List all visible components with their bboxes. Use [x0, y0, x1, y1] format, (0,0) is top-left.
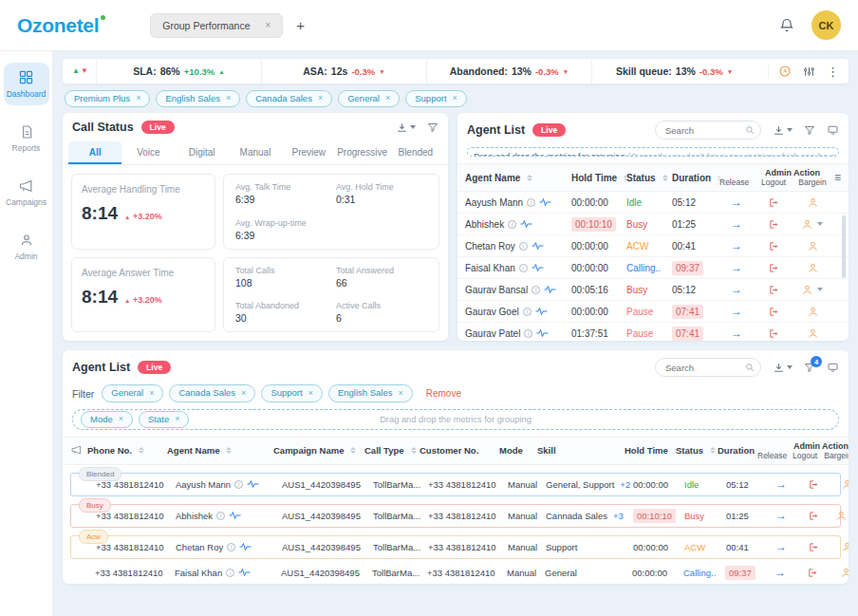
release-action[interactable]: →	[731, 327, 742, 339]
logout-icon[interactable]	[808, 511, 819, 521]
logout-icon[interactable]	[768, 197, 779, 208]
info-icon[interactable]: i	[227, 543, 235, 551]
agent-row[interactable]: Gaurav Pateli 01:37:51 Pause 07:41 →	[457, 323, 849, 341]
tab-group-performance[interactable]: Group Performance ×	[150, 13, 283, 38]
bargein-icon[interactable]	[802, 219, 812, 230]
release-action[interactable]: →	[731, 240, 742, 252]
info-icon[interactable]: i	[519, 264, 528, 272]
remove-filters-link[interactable]: Remove	[426, 388, 461, 399]
filter-chip-general[interactable]: General×	[102, 384, 163, 401]
agent-row[interactable]: Acw +33 4381812410 Chetan Royi AUS1_4420…	[70, 535, 841, 559]
filter-chip-english-sales[interactable]: English Sales×	[156, 90, 240, 107]
filter-funnel-icon[interactable]	[804, 124, 815, 136]
group-chip-state[interactable]: State×	[139, 411, 189, 428]
logout-icon[interactable]	[807, 568, 818, 578]
tab-blended[interactable]: Blended	[389, 141, 442, 164]
agent-row[interactable]: Gaurav Goeli 00:00:00 Pause 07:41 →	[457, 301, 849, 323]
screen-monitor-icon[interactable]	[827, 124, 839, 136]
filter-chip-english-sales[interactable]: English Sales×	[328, 384, 413, 401]
filter-funnel-icon[interactable]: 4	[804, 362, 815, 373]
bargein-icon[interactable]	[808, 197, 818, 208]
info-icon[interactable]: i	[234, 480, 243, 489]
sidebar-item-reports[interactable]: Reports	[4, 118, 49, 159]
scrollbar-thumb[interactable]	[842, 215, 846, 278]
skill-more-count[interactable]: +3	[613, 511, 624, 521]
agent-row[interactable]: Gaurav Bansali 00:05:16 Busy 05:12 →	[457, 279, 849, 301]
filter-chip-general[interactable]: General×	[338, 90, 400, 107]
agent-row[interactable]: Abhisheki 00:10:10 Busy 01:25 →	[457, 214, 849, 235]
tab-digital[interactable]: Digital	[176, 141, 229, 164]
info-icon[interactable]: i	[532, 286, 540, 294]
bargein-dropdown-icon[interactable]	[817, 222, 823, 226]
chip-close-icon[interactable]: ×	[385, 93, 390, 104]
agent-row[interactable]: +33 4381812410 Faisal Khani AUS1_4420398…	[70, 562, 841, 585]
download-icon[interactable]	[773, 124, 793, 137]
chip-close-icon[interactable]: ×	[308, 388, 313, 400]
logout-icon[interactable]	[768, 219, 779, 230]
bargein-icon[interactable]	[841, 568, 849, 578]
chip-close-icon[interactable]: ×	[398, 388, 402, 400]
sort-icon[interactable]	[411, 447, 417, 454]
filter-chip-canada-sales[interactable]: Canada Sales×	[246, 90, 332, 107]
chip-close-icon[interactable]: ×	[453, 93, 457, 104]
release-action[interactable]: →	[775, 478, 787, 490]
notifications-bell-icon[interactable]	[779, 17, 794, 33]
logout-icon[interactable]	[768, 263, 779, 273]
release-action[interactable]: →	[731, 284, 742, 295]
download-icon[interactable]	[396, 121, 416, 134]
logout-icon[interactable]	[768, 328, 779, 339]
bargein-icon[interactable]	[808, 241, 818, 252]
info-icon[interactable]: i	[216, 512, 225, 520]
more-options-kebab-icon[interactable]: ⋮	[827, 65, 839, 78]
bargein-dropdown-icon[interactable]	[817, 288, 823, 291]
info-icon[interactable]: i	[519, 242, 528, 251]
grouping-drop-zone[interactable]: Mode× State× Drag and drop the metrics f…	[72, 409, 839, 430]
refresh-timer-icon[interactable]	[778, 65, 792, 78]
filter-chip-support[interactable]: Support×	[261, 384, 323, 401]
bargein-icon[interactable]	[808, 263, 818, 273]
sidebar-item-dashboard[interactable]: Dashboard	[4, 63, 49, 105]
release-action[interactable]: →	[731, 218, 742, 230]
release-action[interactable]: →	[775, 510, 787, 521]
tab-manual[interactable]: Manual	[229, 141, 282, 164]
bargein-icon[interactable]	[842, 542, 849, 552]
info-icon[interactable]: i	[508, 220, 516, 229]
tab-close-icon[interactable]: ×	[266, 20, 271, 30]
bargein-icon[interactable]	[808, 307, 818, 317]
tab-voice[interactable]: Voice	[121, 141, 175, 164]
agent-row[interactable]: Blended +33 4381812410 Aayush Manni AUS1…	[70, 473, 841, 496]
info-icon[interactable]: i	[226, 569, 234, 577]
filter-chip-canada-sales[interactable]: Canada Sales×	[169, 384, 255, 401]
sort-icon[interactable]	[226, 447, 232, 454]
release-action[interactable]: →	[731, 262, 742, 273]
tab-progressive[interactable]: Progressive	[335, 141, 388, 164]
stat-sla[interactable]: SLA: 86% +10.3% ▲	[96, 59, 261, 84]
sort-icon[interactable]	[139, 447, 144, 454]
stat-abandoned[interactable]: Abandoned: 13% -0.3% ▼	[426, 59, 591, 84]
chip-close-icon[interactable]: ×	[136, 93, 140, 104]
bargein-icon[interactable]	[802, 285, 812, 295]
user-avatar[interactable]: CK	[811, 10, 841, 40]
chip-close-icon[interactable]: ×	[119, 414, 123, 425]
agent-row[interactable]: Busy +33 4381812410 Abhisheki AUS1_44203…	[70, 504, 841, 528]
chip-close-icon[interactable]: ×	[318, 93, 323, 104]
tab-preview[interactable]: Preview	[282, 141, 335, 164]
logout-icon[interactable]	[808, 542, 819, 552]
info-icon[interactable]: i	[523, 308, 532, 316]
chip-close-icon[interactable]: ×	[241, 388, 246, 400]
sort-icon[interactable]	[350, 447, 356, 454]
skill-more-count[interactable]: +2	[620, 479, 630, 490]
agent-row[interactable]: Chetan Royi 00:00:00 ACW 00:41 →	[457, 235, 849, 257]
logout-icon[interactable]	[768, 307, 779, 317]
logout-icon[interactable]	[768, 241, 779, 252]
release-action[interactable]: →	[731, 196, 742, 208]
agent-row[interactable]: Faisal Khani 00:00:00 Calling.. 09:37 →	[457, 257, 849, 279]
chip-close-icon[interactable]: ×	[226, 93, 231, 104]
screen-monitor-icon[interactable]	[827, 362, 839, 373]
stat-skill-queue[interactable]: Skill queue: 13% -0.3% ▼	[591, 59, 756, 84]
tab-all[interactable]: All	[68, 141, 121, 164]
filter-chip-premium-plus[interactable]: Premium Plus×	[65, 90, 150, 107]
sort-icon[interactable]	[662, 175, 668, 181]
grouping-drop-zone[interactable]: Drag and drop the metrics for grouping (…	[467, 147, 839, 157]
new-tab-button[interactable]: +	[296, 18, 305, 32]
